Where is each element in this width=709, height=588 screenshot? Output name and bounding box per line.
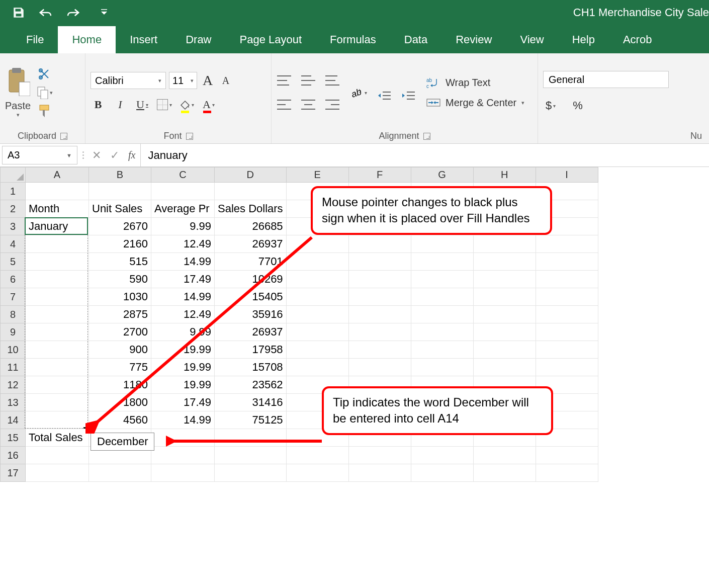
row-header[interactable]: 15	[1, 429, 26, 447]
merge-center-button[interactable]: Merge & Center ▾	[426, 97, 524, 109]
save-button[interactable]	[9, 4, 28, 22]
accounting-format-button[interactable]: $	[543, 97, 558, 114]
col-header-A[interactable]: A	[26, 167, 89, 183]
cell[interactable]: 1180	[89, 376, 151, 394]
cell[interactable]	[151, 447, 215, 464]
col-header-H[interactable]: H	[473, 167, 536, 183]
row-header[interactable]: 11	[1, 359, 26, 376]
cell[interactable]	[26, 359, 89, 376]
cell[interactable]	[26, 394, 89, 411]
clipboard-dialog-launcher[interactable]	[60, 133, 67, 140]
cell[interactable]: 12.49	[151, 235, 215, 253]
cell[interactable]	[411, 306, 473, 323]
cell[interactable]	[89, 183, 151, 200]
cell[interactable]: 19.99	[151, 359, 215, 376]
cell[interactable]	[286, 464, 348, 482]
cell[interactable]	[26, 235, 89, 253]
name-box[interactable]: A3 ▼	[2, 146, 77, 164]
font-name-select[interactable]: Calibri▾	[91, 72, 166, 89]
cell[interactable]	[473, 235, 536, 253]
cell[interactable]	[286, 235, 348, 253]
cell[interactable]: 775	[89, 359, 151, 376]
cell[interactable]: 19.99	[151, 341, 215, 359]
tab-page-layout[interactable]: Page Layout	[226, 26, 316, 53]
cell[interactable]: 17.49	[151, 394, 215, 411]
cell[interactable]: 900	[89, 341, 151, 359]
cell[interactable]: 26937	[215, 235, 287, 253]
tab-draw[interactable]: Draw	[171, 26, 225, 53]
cell[interactable]	[286, 306, 348, 323]
tab-data[interactable]: Data	[390, 26, 441, 53]
cell[interactable]: 2670	[89, 218, 151, 235]
cell[interactable]	[536, 271, 598, 288]
cell[interactable]	[411, 323, 473, 341]
row-header[interactable]: 3	[1, 218, 26, 235]
cell[interactable]	[26, 253, 89, 271]
cell[interactable]: Unit Sales	[89, 200, 151, 218]
tab-help[interactable]: Help	[558, 26, 609, 53]
cell[interactable]	[473, 464, 536, 482]
cell[interactable]	[151, 429, 215, 447]
worksheet-grid[interactable]: A B C D E F G H I 12MonthUnit SalesAvera…	[0, 167, 709, 482]
col-header-E[interactable]: E	[286, 167, 348, 183]
copy-button[interactable]: ▾	[37, 86, 53, 100]
cell[interactable]	[536, 235, 598, 253]
row-header[interactable]: 16	[1, 447, 26, 464]
cell[interactable]	[536, 288, 598, 306]
cell[interactable]	[348, 253, 411, 271]
cell[interactable]: 19.99	[151, 376, 215, 394]
cell[interactable]	[536, 253, 598, 271]
cell[interactable]	[286, 359, 348, 376]
cell[interactable]: 26685	[215, 218, 287, 235]
cell[interactable]	[89, 464, 151, 482]
select-all-corner[interactable]	[1, 167, 26, 183]
italic-button[interactable]: I	[113, 96, 128, 113]
tab-acrobat[interactable]: Acrob	[609, 26, 666, 53]
cell[interactable]: 17.49	[151, 271, 215, 288]
cell[interactable]	[411, 464, 473, 482]
cell[interactable]	[411, 288, 473, 306]
cell[interactable]	[286, 271, 348, 288]
cell[interactable]	[348, 271, 411, 288]
cell[interactable]: 14.99	[151, 288, 215, 306]
tab-home[interactable]: Home	[58, 26, 116, 53]
cell[interactable]	[26, 464, 89, 482]
cell[interactable]	[26, 306, 89, 323]
cell[interactable]	[411, 235, 473, 253]
cell[interactable]: 2160	[89, 235, 151, 253]
cell[interactable]	[348, 464, 411, 482]
formula-input[interactable]: January	[141, 144, 709, 166]
cell[interactable]	[26, 183, 89, 200]
cell[interactable]	[286, 288, 348, 306]
cell[interactable]	[26, 271, 89, 288]
cell[interactable]: 23562	[215, 376, 287, 394]
tab-formulas[interactable]: Formulas	[316, 26, 390, 53]
col-header-I[interactable]: I	[536, 167, 598, 183]
cell[interactable]	[151, 464, 215, 482]
cell[interactable]	[411, 359, 473, 376]
increase-indent-button[interactable]	[401, 88, 416, 105]
cell[interactable]	[536, 359, 598, 376]
tab-file[interactable]: File	[12, 26, 58, 53]
cell[interactable]: 9.99	[151, 218, 215, 235]
cut-button[interactable]	[37, 67, 53, 81]
cell[interactable]	[473, 359, 536, 376]
cell[interactable]	[411, 341, 473, 359]
cell[interactable]: 17958	[215, 341, 287, 359]
cell[interactable]	[536, 323, 598, 341]
cell[interactable]: 515	[89, 253, 151, 271]
cell[interactable]: 14.99	[151, 253, 215, 271]
col-header-C[interactable]: C	[151, 167, 215, 183]
col-header-D[interactable]: D	[215, 167, 287, 183]
cell[interactable]	[26, 288, 89, 306]
cell[interactable]	[286, 323, 348, 341]
cell[interactable]: 75125	[215, 411, 287, 429]
cell[interactable]	[411, 447, 473, 464]
cell[interactable]	[26, 323, 89, 341]
cell[interactable]	[26, 341, 89, 359]
wrap-text-button[interactable]: abc Wrap Text	[426, 77, 524, 89]
cell[interactable]	[473, 323, 536, 341]
cell[interactable]	[26, 376, 89, 394]
cell[interactable]	[348, 288, 411, 306]
borders-button[interactable]	[157, 96, 172, 113]
